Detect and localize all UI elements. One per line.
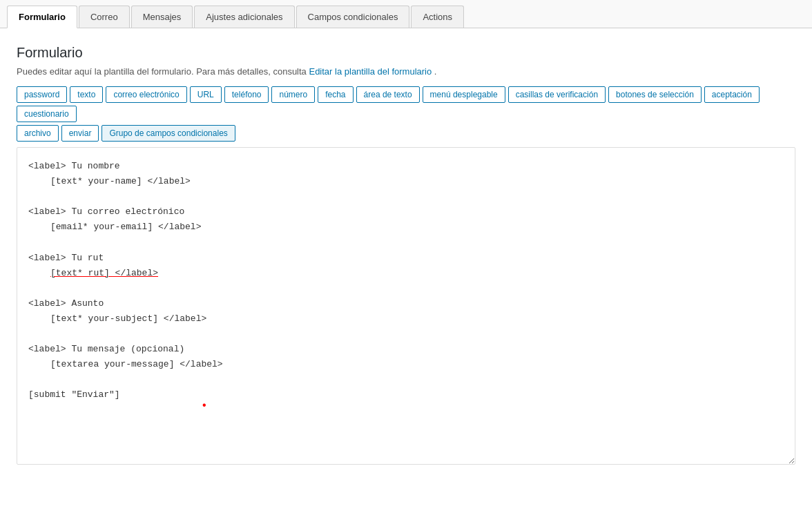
tag-btn-número[interactable]: número xyxy=(271,86,315,103)
code-line-blank-14 xyxy=(28,372,784,387)
tag-btn-correo-electrónico[interactable]: correo electrónico xyxy=(106,86,186,103)
main-content: Formulario Puedes editar aquí la plantil… xyxy=(0,28,812,481)
tag-buttons-row1: passwordtextocorreo electrónicoURLteléfo… xyxy=(17,86,795,122)
code-line-blank-2 xyxy=(28,189,784,204)
tab-mensajes[interactable]: Mensajes xyxy=(131,6,193,28)
code-line-blank-8 xyxy=(28,281,784,296)
tag-btn-área-de-texto[interactable]: área de texto xyxy=(356,86,420,103)
tag-btn-URL[interactable]: URL xyxy=(190,86,222,103)
code-line-15: [submit "Enviar"] xyxy=(28,387,784,403)
page-description: Puedes editar aquí la plantilla del form… xyxy=(17,66,795,77)
tabs-bar: FormularioCorreoMensajesAjustes adiciona… xyxy=(0,0,812,28)
tag-btn-botones-de-selección[interactable]: botones de selección xyxy=(608,86,702,103)
code-line-13: [textarea your-message] </label> xyxy=(28,357,784,372)
tag-btn-teléfono[interactable]: teléfono xyxy=(224,86,269,103)
code-line-underline-7: [text* rut] </label> xyxy=(28,266,784,281)
code-line-9: <label> Asunto xyxy=(28,296,784,311)
code-line-0: <label> Tu nombre xyxy=(28,159,784,174)
red-dot: • xyxy=(201,403,784,409)
tag-btn-texto[interactable]: texto xyxy=(70,86,103,103)
page-container: FormularioCorreoMensajesAjustes adiciona… xyxy=(0,0,812,513)
description-prefix: Puedes editar aquí la plantilla del form… xyxy=(17,66,309,77)
tag-btn-cuestionario[interactable]: cuestionario xyxy=(17,106,77,122)
tag-btn-Grupo-de-campos-condicionales[interactable]: Grupo de campos condicionales xyxy=(102,125,235,142)
tag-btn-casillas-de-verificación[interactable]: casillas de verificación xyxy=(508,86,606,103)
tag-btn-fecha[interactable]: fecha xyxy=(318,86,353,103)
tab-campos[interactable]: Campos condicionales xyxy=(296,6,410,28)
tab-actions[interactable]: Actions xyxy=(411,6,464,28)
tag-buttons-row2: archivoenviarGrupo de campos condicional… xyxy=(17,125,795,142)
code-editor[interactable]: <label> Tu nombre[text* your-name] </lab… xyxy=(17,147,795,465)
code-line-1: [text* your-name] </label> xyxy=(28,174,784,189)
tag-btn-enviar[interactable]: enviar xyxy=(61,125,99,142)
tag-btn-archivo[interactable]: archivo xyxy=(17,125,59,142)
tab-ajustes[interactable]: Ajustes adicionales xyxy=(194,6,294,28)
code-line-blank-5 xyxy=(28,235,784,250)
description-link[interactable]: Editar la plantilla del formulario xyxy=(309,66,432,77)
code-line-6: <label> Tu rut xyxy=(28,251,784,266)
code-line-blank-11 xyxy=(28,327,784,342)
tab-formulario[interactable]: Formulario xyxy=(7,6,77,28)
code-line-4: [email* your-email] </label> xyxy=(28,220,784,235)
code-line-12: <label> Tu mensaje (opcional) xyxy=(28,342,784,357)
tab-correo[interactable]: Correo xyxy=(79,6,130,28)
tag-btn-menú-desplegable[interactable]: menú desplegable xyxy=(423,86,505,103)
code-line-3: <label> Tu correo electrónico xyxy=(28,204,784,220)
tag-btn-aceptación[interactable]: aceptación xyxy=(704,86,760,103)
code-line-10: [text* your-subject] </label> xyxy=(28,311,784,327)
description-suffix: . xyxy=(434,66,437,77)
page-title: Formulario xyxy=(17,45,795,61)
tag-btn-password[interactable]: password xyxy=(17,86,67,103)
